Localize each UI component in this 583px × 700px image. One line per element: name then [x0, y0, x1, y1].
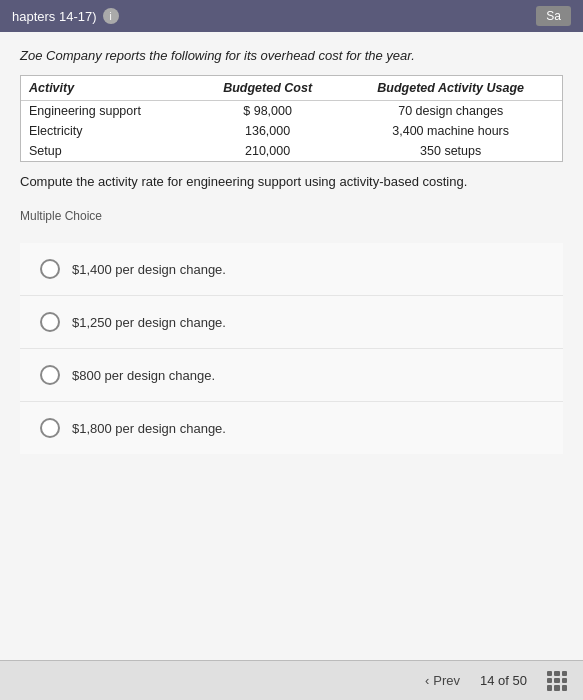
- col-activity: Activity: [21, 76, 196, 101]
- main-content: Zoe Company reports the following for it…: [0, 32, 583, 660]
- col-budgeted-usage: Budgeted Activity Usage: [339, 76, 562, 101]
- cell-usage: 3,400 machine hours: [339, 121, 562, 141]
- option-item-opt2[interactable]: $1,250 per design change.: [20, 296, 563, 349]
- grid-icon[interactable]: [547, 671, 567, 691]
- overhead-table: Activity Budgeted Cost Budgeted Activity…: [20, 75, 563, 162]
- footer-bar: ‹ Prev 14 of 50: [0, 660, 583, 700]
- page-current: 14: [480, 673, 494, 688]
- prev-button[interactable]: ‹ Prev: [425, 673, 460, 688]
- save-button[interactable]: Sa: [536, 6, 571, 26]
- app-window: hapters 14-17) i Sa Zoe Company reports …: [0, 0, 583, 700]
- page-indicator: 14 of 50: [480, 673, 527, 688]
- header-bar: hapters 14-17) i Sa: [0, 0, 583, 32]
- info-icon[interactable]: i: [103, 8, 119, 24]
- cell-cost: $ 98,000: [196, 101, 339, 122]
- page-separator: of: [498, 673, 512, 688]
- cell-usage: 350 setups: [339, 141, 562, 161]
- radio-opt3[interactable]: [40, 365, 60, 385]
- radio-opt4[interactable]: [40, 418, 60, 438]
- option-text-opt4: $1,800 per design change.: [72, 421, 226, 436]
- option-text-opt2: $1,250 per design change.: [72, 315, 226, 330]
- page-total: 50: [513, 673, 527, 688]
- option-item-opt4[interactable]: $1,800 per design change.: [20, 402, 563, 454]
- radio-opt2[interactable]: [40, 312, 60, 332]
- header-title: hapters 14-17): [12, 9, 97, 24]
- chevron-left-icon: ‹: [425, 673, 429, 688]
- section-label: Multiple Choice: [20, 209, 563, 223]
- options-list: $1,400 per design change. $1,250 per des…: [20, 243, 563, 454]
- cell-usage: 70 design changes: [339, 101, 562, 122]
- option-text-opt3: $800 per design change.: [72, 368, 215, 383]
- question-text: Compute the activity rate for engineerin…: [20, 174, 563, 189]
- table-row: Setup 210,000 350 setups: [21, 141, 562, 161]
- cell-activity: Setup: [21, 141, 196, 161]
- table-row: Electricity 136,000 3,400 machine hours: [21, 121, 562, 141]
- option-item-opt3[interactable]: $800 per design change.: [20, 349, 563, 402]
- table-row: Engineering support $ 98,000 70 design c…: [21, 101, 562, 122]
- cell-activity: Electricity: [21, 121, 196, 141]
- prev-label: Prev: [433, 673, 460, 688]
- intro-text: Zoe Company reports the following for it…: [20, 48, 563, 63]
- radio-opt1[interactable]: [40, 259, 60, 279]
- cell-activity: Engineering support: [21, 101, 196, 122]
- header-title-group: hapters 14-17) i: [12, 8, 119, 24]
- cell-cost: 210,000: [196, 141, 339, 161]
- cell-cost: 136,000: [196, 121, 339, 141]
- option-text-opt1: $1,400 per design change.: [72, 262, 226, 277]
- option-item-opt1[interactable]: $1,400 per design change.: [20, 243, 563, 296]
- col-budgeted-cost: Budgeted Cost: [196, 76, 339, 101]
